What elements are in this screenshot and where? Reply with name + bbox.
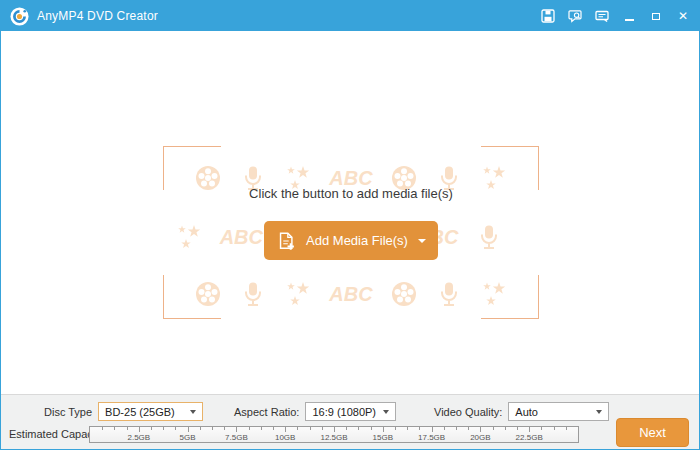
file-plus-icon [276,231,296,251]
ruler-tick [419,427,420,430]
ruler-tick [285,427,286,432]
ruler-tick [261,427,262,430]
media-drop-stage: ABC ABCABC ABC Click the button to add m… [1,31,700,394]
microphone-icon [435,280,463,308]
aspect-ratio-value: 16:9 (1080P) [312,406,376,418]
abc-icon: ABC [220,223,263,251]
ruler-tick [114,427,115,430]
ruler-tick [212,427,213,430]
ruler-tick [456,427,457,430]
capacity-tick-label: 20GB [470,433,490,442]
ruler-tick [371,427,372,430]
watermark-row-3: ABC [1,280,700,308]
capacity-tick-label: 17.5GB [418,433,445,442]
abc-icon: ABC [329,280,372,308]
capacity-tick-label: 10GB [275,433,295,442]
add-media-hint-text: Click the button to add media file(s) [1,186,700,201]
ruler-tick [127,427,128,430]
stars-icon [284,280,312,308]
ruler-tick [468,427,469,430]
video-quality-select[interactable]: Auto [508,402,609,421]
anymp4-logo-icon [10,7,29,26]
disc-type-value: BD-25 (25GB) [105,406,175,418]
ruler-tick [175,427,176,430]
ruler-tick [200,427,201,430]
ruler-tick [395,427,396,430]
titlebar: AnyMP4 DVD Creator ✕ [1,1,699,31]
minimize-button[interactable] [622,9,636,23]
ruler-tick [517,427,518,430]
ruler-tick [529,427,530,432]
ruler-tick [432,427,433,432]
ruler-tick [358,427,359,430]
app-window: AnyMP4 DVD Creator ✕ Add Media File(s) A… [0,0,700,450]
chevron-down-icon [596,410,602,414]
stars-icon [480,280,508,308]
ruler-tick [480,427,481,432]
ruler-tick [236,427,237,432]
ruler-tick [566,427,567,430]
ruler-tick [163,427,164,430]
chevron-down-icon [190,410,196,414]
ruler-tick [139,427,140,432]
ruler-tick [407,427,408,430]
capacity-tick-label: 2.5GB [127,433,150,442]
ruler-tick [346,427,347,430]
ruler-tick [151,427,152,430]
maximize-button[interactable] [649,9,663,23]
ruler-tick [310,427,311,430]
disc-type-select[interactable]: BD-25 (25GB) [98,402,203,421]
capacity-tick-label: 7.5GB [225,433,248,442]
capacity-tick-label: 15GB [373,433,393,442]
add-media-main-label: Add Media File(s) [306,233,408,248]
ruler-tick [102,427,103,430]
burn-disc-icon[interactable] [541,9,555,23]
aspect-ratio-label: Aspect Ratio: [234,406,299,418]
ruler-tick [249,427,250,430]
ruler-tick [554,427,555,430]
ruler-tick [322,427,323,430]
capacity-tick-label: 5GB [180,433,196,442]
ruler-tick [188,427,189,432]
disc-type-label: Disc Type [44,406,92,418]
film-reel-icon [194,280,222,308]
add-media-files-main-button[interactable]: Add Media File(s) [264,221,438,260]
chevron-down-icon [383,410,389,414]
ruler-tick [273,427,274,430]
capacity-tick-label: 12.5GB [320,433,347,442]
chevron-down-icon [418,239,426,243]
titlebar-actions: ✕ [541,9,690,23]
capacity-tick-label: 22.5GB [516,433,543,442]
disc-type-field: Disc Type BD-25 (25GB) [44,402,203,421]
capacity-ruler: 2.5GB5GB7.5GB10GB12.5GB15GB17.5GB20GB22.… [89,426,579,443]
film-reel-icon [390,280,418,308]
ruler-tick [444,427,445,430]
ruler-tick [505,427,506,430]
aspect-ratio-select[interactable]: 16:9 (1080P) [305,402,396,421]
ruler-tick [541,427,542,430]
app-title: AnyMP4 DVD Creator [37,9,158,23]
ruler-tick [334,427,335,432]
feedback-icon[interactable] [568,9,582,23]
ruler-tick [224,427,225,430]
video-quality-field: Video Quality: Auto [434,402,609,421]
menu-icon[interactable] [595,9,609,23]
close-button[interactable]: ✕ [676,9,690,23]
microphone-icon [239,280,267,308]
video-quality-label: Video Quality: [434,406,502,418]
stars-icon [175,223,203,251]
next-button-label: Next [639,425,666,440]
aspect-ratio-field: Aspect Ratio: 16:9 (1080P) [234,402,396,421]
bottom-settings-panel: Disc Type BD-25 (25GB) Aspect Ratio: 16:… [1,394,699,449]
microphone-icon [475,223,503,251]
next-button[interactable]: Next [616,418,689,447]
ruler-tick [297,427,298,430]
ruler-tick [383,427,384,432]
ruler-tick [493,427,494,430]
video-quality-value: Auto [515,406,538,418]
